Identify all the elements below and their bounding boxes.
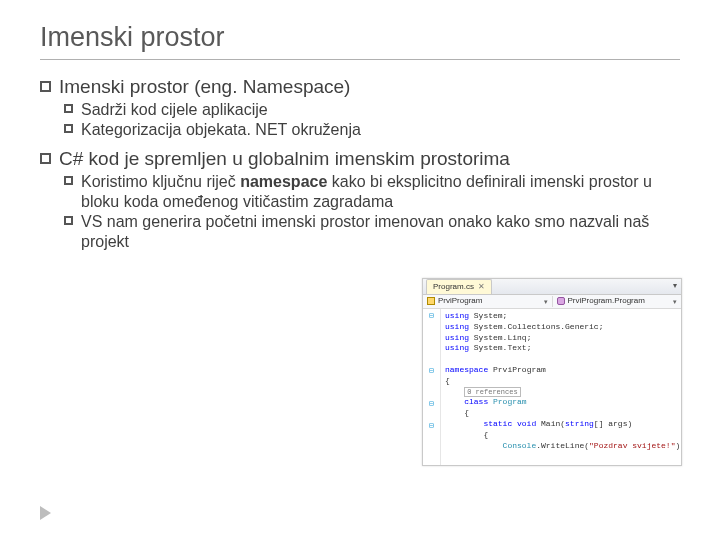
tab-label: Program.cs (433, 282, 474, 293)
kw: class (464, 397, 488, 406)
kw: using (445, 322, 469, 331)
bullet-text: Sadrži kod cijele aplikacije (81, 100, 680, 120)
codelens[interactable]: 0 references (464, 387, 520, 397)
editor-tab[interactable]: Program.cs ✕ (426, 279, 492, 294)
outline-toggle-icon[interactable]: ⊟ (423, 311, 440, 322)
kw: namespace (445, 365, 488, 374)
tab-overflow-icon[interactable]: ▾ (673, 281, 677, 292)
kw: void (512, 419, 536, 428)
editor-tabbar: Program.cs ✕ ▾ (423, 279, 681, 295)
cls: Program (488, 397, 526, 406)
close-icon[interactable]: ✕ (478, 282, 485, 293)
bullet-square-icon (64, 216, 73, 225)
bullet-square-icon (40, 81, 51, 92)
bullet-level2: Sadrži kod cijele aplikacije (64, 100, 680, 120)
bullet-square-icon (64, 124, 73, 133)
t: .WriteLine( (536, 441, 589, 450)
slide-title: Imenski prostor (40, 22, 680, 60)
t: System.Linq; (469, 333, 531, 342)
kw: static (483, 419, 512, 428)
code-editor-inset: Program.cs ✕ ▾ PrviProgram ▾ PrviProgram… (422, 278, 682, 466)
t: PrviProgram (488, 365, 546, 374)
chevron-down-icon: ▾ (673, 297, 677, 306)
code-gutter: ⊟ ⊟ ⊟ ⊟ (423, 309, 441, 465)
t: System.Text; (469, 343, 531, 352)
kw: using (445, 311, 469, 320)
nav-left-label: PrviProgram (438, 296, 482, 307)
t: ); (675, 441, 681, 450)
bullet-text: Imenski prostor (eng. Namespace) (59, 76, 680, 98)
bullet-text: VS nam generira početni imenski prostor … (81, 212, 680, 252)
t: System.Collections.Generic; (469, 322, 603, 331)
t: System; (469, 311, 507, 320)
outline-toggle-icon[interactable]: ⊟ (423, 366, 440, 377)
nav-namespace-dropdown[interactable]: PrviProgram ▾ (423, 296, 553, 307)
code-source: using System; using System.Collections.G… (441, 309, 681, 465)
code-body: ⊟ ⊟ ⊟ ⊟ using System; using System.Colle… (423, 309, 681, 465)
bullet-text: Koristimo ključnu riječ namespace kako b… (81, 172, 680, 212)
text-fragment: Koristimo ključnu riječ (81, 173, 240, 190)
bullet-level1: C# kod je spremljen u globalnim imenskim… (40, 148, 680, 170)
namespace-icon (427, 297, 435, 305)
nav-right-label: PrviProgram.Program (568, 296, 645, 307)
kw: using (445, 333, 469, 342)
bullet-square-icon (40, 153, 51, 164)
outline-toggle-icon[interactable]: ⊟ (423, 421, 440, 432)
cls: Console (503, 441, 537, 450)
method-icon (557, 297, 565, 305)
bullet-level2: VS nam generira početni imenski prostor … (64, 212, 680, 252)
bullet-text: C# kod je spremljen u globalnim imenskim… (59, 148, 680, 170)
nav-member-dropdown[interactable]: PrviProgram.Program ▾ (553, 296, 682, 307)
str: "Pozdrav svijete!" (589, 441, 675, 450)
t: [] args) (594, 419, 632, 428)
t: Main( (536, 419, 565, 428)
kw: using (445, 343, 469, 352)
editor-navbar: PrviProgram ▾ PrviProgram.Program ▾ (423, 295, 681, 309)
bullet-level2: Kategorizacija objekata. NET okruženja (64, 120, 680, 140)
chevron-down-icon: ▾ (544, 297, 548, 306)
bullet-square-icon (64, 104, 73, 113)
kw: string (565, 419, 594, 428)
bullet-square-icon (64, 176, 73, 185)
slide-next-arrow-icon (40, 506, 51, 520)
bullet-level1: Imenski prostor (eng. Namespace) (40, 76, 680, 98)
bullet-text: Kategorizacija objekata. NET okruženja (81, 120, 680, 140)
outline-toggle-icon[interactable]: ⊟ (423, 399, 440, 410)
keyword-namespace: namespace (240, 173, 327, 190)
bullet-level2: Koristimo ključnu riječ namespace kako b… (64, 172, 680, 212)
